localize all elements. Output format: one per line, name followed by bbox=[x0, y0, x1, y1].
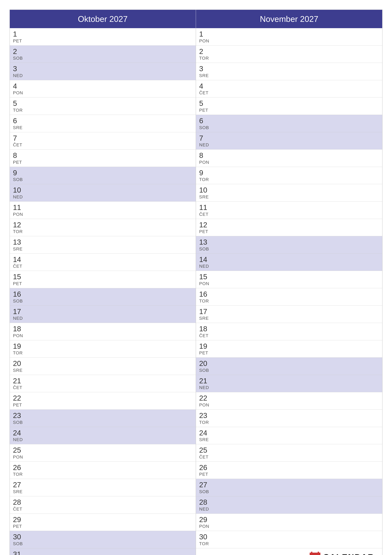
day-right-9: 9 TOR bbox=[196, 167, 382, 184]
day-number: 7 bbox=[13, 134, 192, 142]
day-left-30: 30 SOB bbox=[10, 531, 196, 548]
day-left-18: 18 PON bbox=[10, 323, 196, 340]
day-number: 19 bbox=[13, 342, 192, 350]
day-right-19: 19 PET bbox=[196, 340, 382, 358]
day-left-26: 26 TOR bbox=[10, 462, 196, 479]
last-row-container: 31 NED 7 CALENDAR bbox=[10, 548, 382, 555]
days-grid: 1 PET 1 PON 2 SOB 2 TOR 3 NED 3 SRE 4 PO… bbox=[10, 28, 382, 548]
day-number: 17 bbox=[13, 307, 192, 316]
day-number: 13 bbox=[199, 238, 379, 246]
day-number: 20 bbox=[13, 359, 192, 367]
day-name: TOR bbox=[199, 177, 379, 182]
day-left-13: 13 SRE bbox=[10, 236, 196, 254]
day-name: TOR bbox=[13, 351, 192, 356]
day-name: NED bbox=[199, 264, 379, 269]
day-number: 28 bbox=[13, 498, 192, 506]
day-number: 16 bbox=[13, 290, 192, 298]
day-number: 20 bbox=[199, 359, 379, 367]
day-name: SOB bbox=[199, 368, 379, 373]
day-number: 21 bbox=[13, 377, 192, 385]
day-left-31: 31 NED bbox=[10, 548, 196, 555]
day-right-6: 6 SOB bbox=[196, 115, 382, 132]
day-left-11: 11 PON bbox=[10, 202, 196, 219]
november-header: November 2027 bbox=[196, 10, 382, 28]
day-left-25: 25 PON bbox=[10, 444, 196, 462]
svg-rect-7 bbox=[311, 552, 312, 554]
day-right-17: 17 SRE bbox=[196, 306, 382, 323]
day-name: NED bbox=[13, 437, 192, 442]
day-name: PET bbox=[13, 38, 192, 44]
day-name: PET bbox=[13, 524, 192, 529]
day-number: 5 bbox=[199, 99, 379, 107]
day-name: PON bbox=[199, 524, 379, 529]
day-number: 16 bbox=[199, 290, 379, 298]
day-number: 12 bbox=[13, 221, 192, 229]
day-left-27: 27 SRE bbox=[10, 479, 196, 496]
day-left-1: 1 PET bbox=[10, 28, 196, 45]
day-number: 14 bbox=[199, 256, 379, 263]
day-number: 26 bbox=[199, 464, 379, 472]
day-number: 23 bbox=[13, 411, 192, 420]
day-left-10: 10 NED bbox=[10, 184, 196, 202]
day-number: 29 bbox=[199, 516, 379, 524]
day-right-11: 11 ČET bbox=[196, 202, 382, 219]
day-right-16: 16 TOR bbox=[196, 288, 382, 306]
day-left-16: 16 SOB bbox=[10, 288, 196, 306]
day-name: TOR bbox=[199, 541, 379, 546]
day-name: SRE bbox=[13, 247, 192, 252]
day-name: SRE bbox=[199, 437, 379, 442]
day-number: 4 bbox=[199, 82, 379, 90]
day-name: ČET bbox=[13, 507, 192, 512]
day-name: PON bbox=[13, 212, 192, 217]
day-number: 27 bbox=[199, 481, 379, 489]
day-number: 24 bbox=[199, 429, 379, 437]
day-name: SRE bbox=[199, 316, 379, 321]
day-right-4: 4 ČET bbox=[196, 80, 382, 98]
day-right-2: 2 TOR bbox=[196, 45, 382, 63]
day-number: 4 bbox=[13, 82, 192, 90]
day-number: 5 bbox=[13, 99, 192, 107]
day-name: PET bbox=[199, 472, 379, 477]
logo-cell: 7 CALENDAR bbox=[196, 548, 382, 555]
day-right-13: 13 SOB bbox=[196, 236, 382, 254]
day-left-22: 22 PET bbox=[10, 392, 196, 410]
day-left-6: 6 SRE bbox=[10, 115, 196, 132]
svg-rect-8 bbox=[318, 552, 319, 554]
day-right-5: 5 PET bbox=[196, 97, 382, 115]
day-number: 27 bbox=[13, 481, 192, 489]
day-right-12: 12 PET bbox=[196, 219, 382, 236]
day-number: 9 bbox=[13, 169, 192, 177]
day-left-2: 2 SOB bbox=[10, 45, 196, 63]
day-number: 12 bbox=[199, 221, 379, 229]
day-number: 18 bbox=[13, 325, 192, 333]
day-name: TOR bbox=[199, 299, 379, 304]
day-number: 17 bbox=[199, 307, 379, 316]
day-number: 11 bbox=[199, 204, 379, 212]
day-right-8: 8 PON bbox=[196, 150, 382, 167]
day-name: TOR bbox=[13, 472, 192, 477]
day-name: ČET bbox=[13, 264, 192, 269]
day-right-21: 21 NED bbox=[196, 375, 382, 392]
day-left-7: 7 ČET bbox=[10, 132, 196, 150]
day-right-15: 15 PON bbox=[196, 271, 382, 288]
day-name: ČET bbox=[199, 90, 379, 95]
day-name: PET bbox=[199, 229, 379, 234]
day-number: 22 bbox=[13, 394, 192, 402]
day-number: 14 bbox=[13, 256, 192, 263]
day-left-4: 4 PON bbox=[10, 80, 196, 98]
day-name: ČET bbox=[199, 454, 379, 460]
day-name: NED bbox=[199, 385, 379, 390]
day-number: 10 bbox=[13, 186, 192, 194]
day-left-20: 20 SRE bbox=[10, 358, 196, 375]
day-right-20: 20 SOB bbox=[196, 358, 382, 375]
day-right-24: 24 SRE bbox=[196, 427, 382, 445]
day-name: SOB bbox=[13, 541, 192, 546]
day-right-25: 25 ČET bbox=[196, 444, 382, 462]
day-right-29: 29 PON bbox=[196, 514, 382, 531]
day-right-18: 18 ČET bbox=[196, 323, 382, 340]
day-right-1: 1 PON bbox=[196, 28, 382, 45]
day-number: 25 bbox=[199, 446, 379, 454]
day-name: PON bbox=[199, 38, 379, 44]
october-title: Oktober 2027 bbox=[78, 15, 128, 24]
day-number: 9 bbox=[199, 169, 379, 177]
